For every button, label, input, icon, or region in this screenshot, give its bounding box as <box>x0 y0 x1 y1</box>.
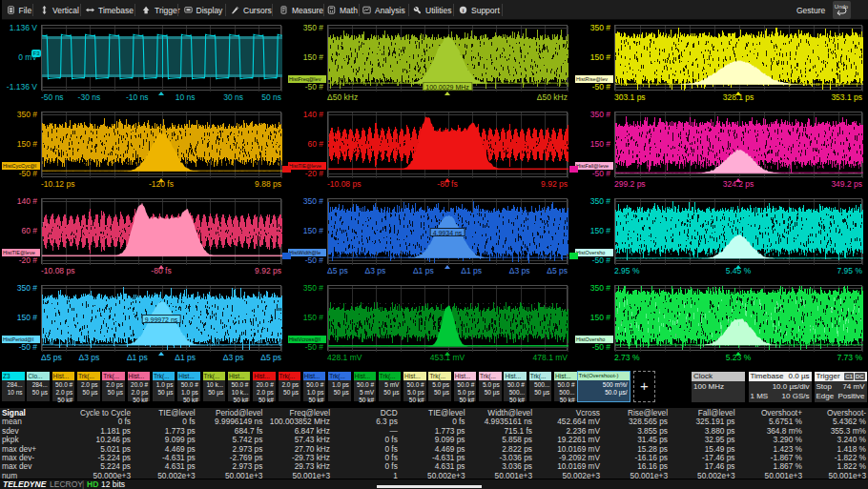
svg-text:Undo: Undo <box>835 4 849 10</box>
svg-text:i: i <box>463 7 465 13</box>
